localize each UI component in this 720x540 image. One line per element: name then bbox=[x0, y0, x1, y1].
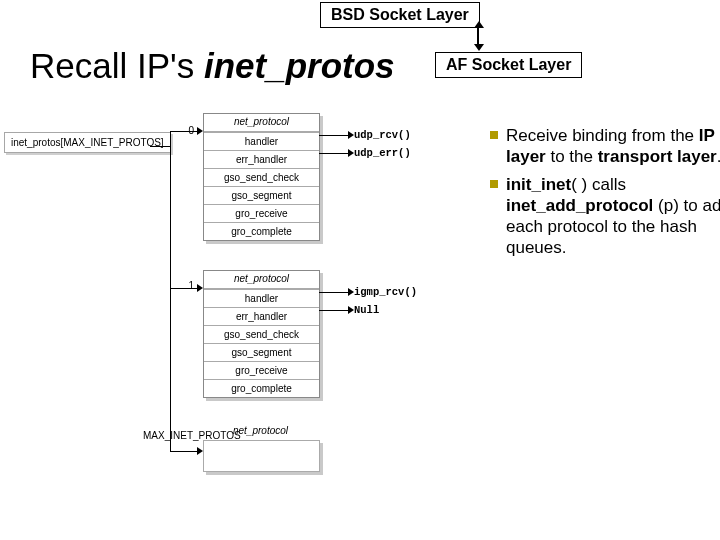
connector bbox=[319, 135, 349, 136]
field-handler-1: handler bbox=[204, 289, 319, 307]
index-1-label: 1 bbox=[182, 280, 194, 291]
title-prefix: Recall IP's bbox=[30, 46, 204, 85]
struct-net-protocol-last bbox=[203, 440, 320, 472]
arrow-icon bbox=[197, 447, 203, 455]
field-gro-receive-0: gro_receive bbox=[204, 204, 319, 222]
text: Receive binding from the bbox=[506, 126, 699, 145]
arrow-icon bbox=[348, 131, 354, 139]
bsd-layer-badge: BSD Socket Layer bbox=[320, 2, 480, 28]
callback-udp-err: udp_err() bbox=[354, 147, 411, 159]
field-err-handler-0: err_handler bbox=[204, 150, 319, 168]
callback-igmp-rcv: igmp_rcv() bbox=[354, 286, 417, 298]
field-gro-complete-0: gro_complete bbox=[204, 222, 319, 240]
bullet-list: Receive binding from the IP layer to the… bbox=[450, 125, 720, 265]
field-gro-complete-1: gro_complete bbox=[204, 379, 319, 397]
bullet-2: init_inet( ) calls inet_add_protocol (p)… bbox=[490, 174, 720, 259]
arrow-icon bbox=[348, 306, 354, 314]
field-gso-send-check-1: gso_send_check bbox=[204, 325, 319, 343]
callback-null: Null bbox=[354, 304, 379, 316]
struct-header-last: net_protocol bbox=[203, 425, 318, 436]
field-gso-send-check-0: gso_send_check bbox=[204, 168, 319, 186]
page-title: Recall IP's inet_protos bbox=[30, 46, 395, 86]
field-err-handler-1: err_handler bbox=[204, 307, 319, 325]
arrow-icon bbox=[348, 288, 354, 296]
text: inet_add_protocol bbox=[506, 196, 653, 215]
connector bbox=[170, 131, 171, 451]
text: init_inet bbox=[506, 175, 571, 194]
field-handler-0: handler bbox=[204, 132, 319, 150]
field-gso-segment-0: gso_segment bbox=[204, 186, 319, 204]
struct-header-1: net_protocol bbox=[204, 271, 319, 289]
double-arrow-icon bbox=[477, 27, 479, 45]
connector bbox=[170, 451, 198, 452]
struct-net-protocol-0: net_protocol handler err_handler gso_sen… bbox=[203, 113, 320, 241]
title-code: inet_protos bbox=[204, 46, 395, 85]
connector bbox=[319, 292, 349, 293]
callback-udp-rcv: udp_rcv() bbox=[354, 129, 411, 141]
arrow-icon bbox=[197, 284, 203, 292]
array-label-box: inet_protos[MAX_INET_PROTOS] bbox=[4, 132, 171, 153]
connector bbox=[170, 131, 198, 132]
connector bbox=[170, 288, 198, 289]
connector bbox=[150, 146, 170, 147]
af-layer-badge: AF Socket Layer bbox=[435, 52, 582, 78]
connector bbox=[319, 310, 349, 311]
connector bbox=[319, 153, 349, 154]
field-gro-receive-1: gro_receive bbox=[204, 361, 319, 379]
arrow-icon bbox=[348, 149, 354, 157]
index-last-label: MAX_INET_PROTOS bbox=[143, 430, 199, 441]
text: to the bbox=[546, 147, 598, 166]
text: transport layer bbox=[598, 147, 717, 166]
arrow-icon bbox=[197, 127, 203, 135]
struct-header-0: net_protocol bbox=[204, 114, 319, 132]
struct-net-protocol-1: net_protocol handler err_handler gso_sen… bbox=[203, 270, 320, 398]
text: ( ) calls bbox=[571, 175, 626, 194]
bullet-1: Receive binding from the IP layer to the… bbox=[490, 125, 720, 168]
field-gso-segment-1: gso_segment bbox=[204, 343, 319, 361]
